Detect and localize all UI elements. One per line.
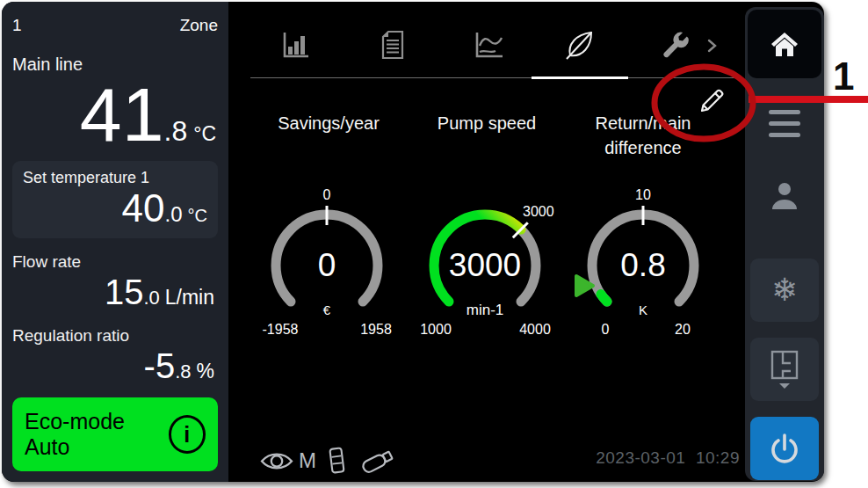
gauge-title-return-diff: Return/main difference bbox=[573, 111, 713, 160]
set-temperature-label: Set temperature 1 bbox=[23, 169, 207, 187]
nav-user-button[interactable] bbox=[745, 179, 824, 215]
info-glyph: i bbox=[184, 422, 190, 448]
zone-panel: 1 Zone Main line 41 .8 °C Set temperatur… bbox=[2, 2, 228, 482]
dropdown-arrow-icon bbox=[779, 383, 790, 389]
zone-header: 1 Zone bbox=[12, 16, 218, 35]
zone-number: 1 bbox=[12, 16, 22, 35]
home-icon bbox=[768, 29, 801, 59]
eco-mode-label: Eco-mode Auto bbox=[25, 409, 169, 460]
nav-sidebar: ❄ bbox=[745, 7, 824, 481]
snowflake-icon: ❄ bbox=[771, 272, 798, 309]
tab-service[interactable] bbox=[655, 25, 695, 65]
set-temp-frac: .0 bbox=[165, 202, 183, 227]
eco-mode-button[interactable]: Eco-mode Auto i bbox=[12, 397, 218, 471]
eye-icon bbox=[260, 449, 293, 473]
power-icon bbox=[769, 432, 800, 465]
savings-top-label: 0 bbox=[323, 187, 331, 202]
tab-statistics[interactable] bbox=[275, 25, 315, 65]
datetime-display: 2023-03-01 10:29 bbox=[529, 448, 740, 468]
set-temp-unit: °C bbox=[188, 206, 207, 226]
mode-letter: M bbox=[299, 448, 316, 473]
set-temperature-tile[interactable]: Set temperature 1 40 .0 °C bbox=[12, 161, 218, 238]
usb-stick-icon bbox=[358, 445, 399, 477]
nav-menu-button[interactable] bbox=[745, 110, 824, 137]
savings-unit: € bbox=[323, 302, 331, 317]
person-icon bbox=[767, 179, 802, 215]
tabs-more-button[interactable] bbox=[705, 37, 720, 55]
wrench-icon bbox=[660, 30, 690, 60]
schematic-icon bbox=[768, 349, 801, 390]
callout-number: 1 bbox=[833, 55, 854, 98]
flow-unit: L/min bbox=[165, 286, 214, 310]
return-unit: K bbox=[639, 302, 647, 317]
pump-min-label: 1000 bbox=[420, 322, 452, 337]
return-value: 0.8 bbox=[620, 247, 665, 283]
trend-chart-icon bbox=[474, 30, 505, 60]
regulation-unit: % bbox=[197, 360, 214, 383]
main-temp-int: 41 bbox=[80, 76, 164, 152]
status-icon-row: M bbox=[260, 445, 399, 477]
main-temp-unit: °C bbox=[193, 122, 216, 146]
set-temp-int: 40 bbox=[122, 187, 165, 229]
nav-home-button[interactable] bbox=[748, 10, 821, 78]
savings-gauge: 0 0 € -1958 1958 bbox=[248, 185, 406, 347]
return-diff-gauge: 10 0.8 K 0 20 bbox=[564, 185, 722, 347]
gauge-title-pump-speed: Pump speed bbox=[421, 111, 553, 135]
power-button[interactable] bbox=[750, 417, 819, 480]
set-temperature-value: 40 .0 °C bbox=[23, 187, 207, 229]
pump-tick-label: 3000 bbox=[523, 204, 554, 219]
hamburger-icon bbox=[769, 110, 800, 114]
savings-min-label: -1958 bbox=[263, 322, 299, 337]
return-min-label: 0 bbox=[602, 322, 610, 337]
regulation-ratio-label: Regulation ratio bbox=[12, 326, 218, 346]
info-icon[interactable]: i bbox=[169, 415, 206, 454]
pump-max-label: 4000 bbox=[519, 322, 551, 337]
leaf-icon bbox=[563, 28, 597, 62]
flow-int: 15 bbox=[105, 272, 144, 312]
main-temp-frac: .8 bbox=[164, 115, 188, 148]
tab-active-indicator bbox=[532, 76, 628, 79]
device-screen: 1 Zone Main line 41 .8 °C Set temperatur… bbox=[2, 2, 824, 482]
flow-rate-value: 15 .0 L/min bbox=[12, 272, 218, 312]
memory-card-icon bbox=[329, 446, 346, 476]
report-icon bbox=[378, 29, 408, 61]
tab-eco[interactable] bbox=[560, 25, 600, 65]
pump-speed-gauge: 3000 3000 min-1 1000 4000 bbox=[406, 185, 564, 347]
pump-unit: min-1 bbox=[467, 302, 504, 318]
zones-schematic-button[interactable] bbox=[750, 338, 819, 401]
flow-rate-label: Flow rate bbox=[12, 252, 218, 272]
tab-trends[interactable] bbox=[469, 25, 510, 65]
gauge-title-savings: Savings/year bbox=[263, 111, 394, 135]
regulation-int: -5 bbox=[144, 346, 176, 386]
return-max-label: 20 bbox=[675, 322, 691, 337]
flow-frac: .0 bbox=[143, 287, 159, 310]
pump-value: 3000 bbox=[449, 247, 521, 283]
savings-value: 0 bbox=[318, 247, 336, 283]
regulation-frac: .8 bbox=[175, 361, 191, 383]
main-temperature-value: 41 .8 °C bbox=[12, 76, 218, 152]
return-top-label: 10 bbox=[635, 187, 651, 202]
cooling-mode-button[interactable]: ❄ bbox=[750, 259, 819, 322]
savings-max-label: 1958 bbox=[360, 322, 392, 337]
zone-label: Zone bbox=[180, 16, 218, 35]
tab-report[interactable] bbox=[373, 25, 413, 65]
screenshot-stage: 1 Zone Main line 41 .8 °C Set temperatur… bbox=[0, 0, 868, 488]
chevron-right-icon bbox=[705, 37, 720, 55]
tab-divider bbox=[250, 77, 741, 78]
bar-chart-icon bbox=[279, 29, 311, 61]
regulation-ratio-value: -5 .8 % bbox=[12, 346, 218, 386]
